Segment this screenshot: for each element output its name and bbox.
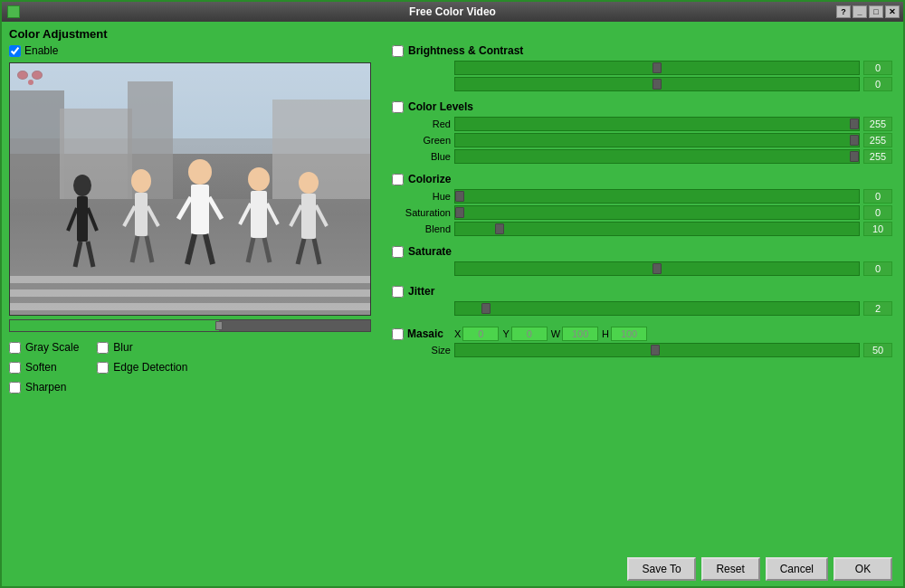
maximize-button[interactable]: □: [869, 5, 883, 18]
masaic-size-slider-row: Size 50: [392, 343, 892, 357]
colorize-label[interactable]: Colorize: [408, 173, 451, 185]
saturate-label[interactable]: Saturate: [408, 245, 452, 258]
blend-value: 10: [863, 222, 892, 236]
save-to-button[interactable]: Save To: [627, 557, 695, 581]
color-levels-checkbox[interactable]: [392, 101, 404, 113]
green-value: 255: [863, 133, 892, 147]
blend-label: Blend: [392, 223, 451, 234]
svg-rect-28: [251, 191, 267, 238]
blur-label[interactable]: Blur: [113, 341, 132, 354]
left-panel: Enable: [9, 44, 385, 581]
saturate-section: Saturate 0: [392, 245, 892, 276]
saturate-checkbox[interactable]: [392, 246, 404, 258]
enable-row: Enable: [9, 44, 385, 57]
masaic-x-input[interactable]: [462, 327, 499, 341]
jitter-label[interactable]: Jitter: [408, 285, 434, 298]
masaic-w-input[interactable]: [562, 327, 598, 341]
jitter-slider[interactable]: [455, 302, 859, 315]
grayscale-label[interactable]: Gray Scale: [25, 341, 79, 354]
cancel-button[interactable]: Cancel: [766, 557, 828, 581]
reset-button[interactable]: Reset: [701, 557, 760, 581]
edge-detection-label[interactable]: Edge Detection: [113, 361, 187, 374]
masaic-label[interactable]: Masaic: [407, 327, 443, 340]
masaic-h-label: H: [602, 328, 609, 339]
soften-label[interactable]: Soften: [25, 361, 57, 374]
svg-point-9: [73, 175, 91, 196]
soften-item: Soften: [9, 361, 79, 374]
red-slider-row: Red 255: [392, 117, 892, 131]
color-levels-label[interactable]: Color Levels: [408, 100, 473, 113]
masaic-y-input[interactable]: [511, 327, 548, 341]
window-content: Color Adjustment Enable: [2, 22, 903, 586]
masaic-w-coord: W: [551, 327, 598, 341]
saturation-slider[interactable]: [455, 206, 859, 219]
hue-slider-row: Hue 0: [392, 189, 892, 204]
contrast-slider-container: [454, 77, 860, 91]
sharpen-item: Sharpen: [9, 381, 79, 394]
colorize-checkbox[interactable]: [392, 174, 404, 185]
scrubber-progress: [10, 320, 219, 331]
masaic-w-label: W: [551, 328, 560, 339]
color-levels-section: Color Levels Red 255 Green: [392, 100, 892, 164]
brightness-value: 0: [863, 61, 892, 75]
red-value: 255: [863, 117, 892, 131]
masaic-y-coord: Y: [502, 327, 547, 341]
brightness-slider[interactable]: [455, 62, 859, 74]
brightness-slider-container: [454, 61, 860, 75]
blue-slider[interactable]: [455, 150, 859, 163]
saturation-slider-container: [454, 205, 860, 220]
masaic-size-slider-container: [454, 343, 860, 357]
action-buttons: Save To Reset Cancel OK: [392, 554, 892, 581]
enable-checkbox[interactable]: [9, 45, 21, 57]
masaic-y-label: Y: [502, 328, 509, 339]
video-preview: [9, 62, 371, 316]
colorize-section: Colorize Hue 0 Saturation: [392, 173, 892, 236]
masaic-checkbox[interactable]: [392, 328, 404, 340]
contrast-slider-row: 0: [392, 77, 892, 91]
masaic-size-slider[interactable]: [455, 344, 859, 356]
jitter-slider-container: [454, 301, 860, 316]
right-filter-col: Blur Edge Detection: [97, 341, 187, 394]
help-button[interactable]: ?: [836, 5, 851, 18]
svg-rect-22: [191, 185, 209, 234]
masaic-h-input[interactable]: [611, 327, 647, 341]
blue-label: Blue: [392, 151, 451, 162]
minimize-button[interactable]: _: [853, 5, 867, 18]
jitter-checkbox[interactable]: [392, 286, 404, 298]
close-button[interactable]: ✕: [885, 5, 900, 18]
jitter-slider-row: 2: [392, 301, 892, 316]
brightness-contrast-checkbox[interactable]: [392, 45, 404, 57]
ok-button[interactable]: OK: [834, 557, 892, 581]
saturate-slider[interactable]: [455, 262, 859, 275]
saturate-value: 0: [863, 261, 892, 276]
red-slider[interactable]: [455, 118, 859, 130]
svg-rect-4: [272, 100, 371, 199]
edge-detection-checkbox[interactable]: [97, 362, 109, 374]
green-slider[interactable]: [455, 134, 859, 147]
hue-label: Hue: [392, 191, 451, 202]
contrast-value: 0: [863, 77, 892, 91]
masaic-x-label: X: [454, 328, 461, 339]
saturation-label: Saturation: [392, 207, 451, 218]
blend-slider-container: [454, 222, 860, 236]
enable-label[interactable]: Enable: [24, 44, 58, 57]
blur-checkbox[interactable]: [97, 342, 109, 354]
hue-slider[interactable]: [455, 190, 859, 203]
svg-point-33: [299, 172, 319, 194]
sharpen-checkbox[interactable]: [9, 382, 21, 394]
blend-slider-row: Blend 10: [392, 222, 892, 236]
brightness-contrast-header: Brightness & Contrast: [392, 44, 892, 57]
saturation-value: 0: [863, 205, 892, 220]
video-scrubber[interactable]: [9, 319, 371, 332]
blue-slider-row: Blue 255: [392, 149, 892, 164]
grayscale-checkbox[interactable]: [9, 342, 21, 354]
sharpen-label[interactable]: Sharpen: [25, 381, 66, 394]
soften-checkbox[interactable]: [9, 362, 21, 374]
saturation-slider-row: Saturation 0: [392, 205, 892, 220]
title-controls: ? _ □ ✕: [836, 5, 900, 18]
blend-slider[interactable]: [455, 223, 859, 235]
jitter-value: 2: [863, 301, 892, 316]
contrast-slider[interactable]: [455, 78, 859, 90]
brightness-contrast-label[interactable]: Brightness & Contrast: [408, 44, 523, 57]
masaic-section: Masaic X Y W: [392, 325, 892, 357]
